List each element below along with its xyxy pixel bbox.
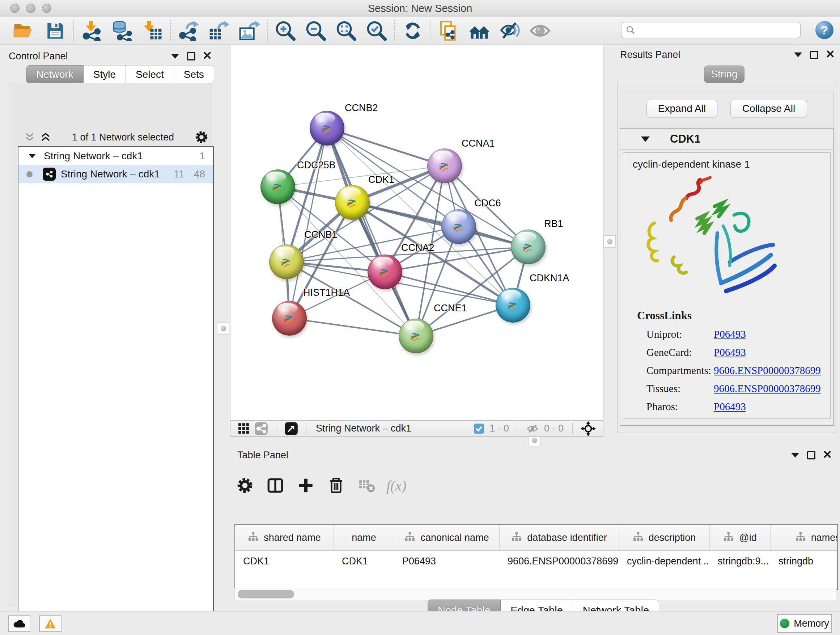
close-panel-icon[interactable] xyxy=(826,50,834,59)
string-import-icon[interactable] xyxy=(437,19,461,43)
network-node-ccnb2[interactable] xyxy=(309,111,344,146)
expand-all-button[interactable]: Expand All xyxy=(646,100,717,117)
column-header--id[interactable]: @id xyxy=(710,525,771,550)
gene-collapse-icon[interactable] xyxy=(641,136,650,142)
close-panel-icon[interactable] xyxy=(823,450,831,460)
export-table-icon[interactable] xyxy=(207,19,231,43)
zoom-out-icon[interactable] xyxy=(304,19,328,43)
tab-sets[interactable]: Sets xyxy=(174,65,214,84)
float-panel-icon[interactable] xyxy=(810,51,818,59)
memory-button[interactable]: Memory xyxy=(777,614,832,633)
import-network-database-icon[interactable] xyxy=(110,19,134,43)
collapse-panel-icon[interactable] xyxy=(171,54,179,59)
cloud-button[interactable] xyxy=(8,616,30,632)
left-splitter-handle[interactable] xyxy=(217,322,229,334)
table-cell[interactable]: P06493 xyxy=(394,551,500,571)
import-network-file-icon[interactable] xyxy=(80,19,103,43)
warnings-button[interactable] xyxy=(39,616,62,632)
selected-checkbox-icon[interactable] xyxy=(474,423,485,434)
function-builder-icon[interactable]: f(x) xyxy=(386,477,407,494)
collapse-panel-icon[interactable] xyxy=(791,453,799,458)
tab-select[interactable]: Select xyxy=(126,65,174,84)
delete-table-icon[interactable] xyxy=(356,475,377,496)
column-header-name[interactable]: name xyxy=(334,525,394,550)
network-collection-row[interactable]: String Network – cdk1 1 xyxy=(19,147,213,165)
network-node-cdc6[interactable] xyxy=(441,209,476,244)
table-cell[interactable]: CDK1 xyxy=(334,551,394,571)
table-cell[interactable]: stringdb:9... xyxy=(710,551,771,571)
crosslink-uniprot-[interactable]: P06493 xyxy=(714,328,746,340)
network-node-ccna1[interactable] xyxy=(427,149,462,183)
fit-selected-crosshair-icon[interactable] xyxy=(581,421,596,436)
float-panel-icon[interactable] xyxy=(187,52,195,60)
open-session-icon[interactable] xyxy=(11,19,35,43)
network-node-ccnb1[interactable] xyxy=(269,244,304,279)
network-edge[interactable] xyxy=(352,203,528,247)
column-header-database-identifier[interactable]: database identifier xyxy=(500,525,619,550)
network-canvas[interactable]: CCNB2CCNA1CDC25BCDK1CDC6RB1CCNB1CCNA2CDK… xyxy=(231,44,603,421)
tab-string[interactable]: String xyxy=(704,65,745,83)
table-cell[interactable]: CDK1 xyxy=(235,551,334,571)
network-edge[interactable] xyxy=(327,128,416,336)
crosslink-genecard-[interactable]: P06493 xyxy=(714,347,746,358)
network-share-icon[interactable] xyxy=(254,422,268,435)
network-node-cdkn1a[interactable] xyxy=(496,288,531,323)
network-node-rb1[interactable] xyxy=(511,230,546,264)
column-header-namespace[interactable]: namespace xyxy=(771,525,838,550)
export-network-icon[interactable] xyxy=(177,19,201,43)
crosslink-pharos-[interactable]: P06493 xyxy=(714,401,746,413)
column-header-shared-name[interactable]: shared name xyxy=(235,525,334,550)
crosslink-tissues-[interactable]: 9606.ENSP00000378699 xyxy=(714,383,821,394)
birds-eye-view-icon[interactable] xyxy=(284,422,298,435)
network-node-ccne1[interactable] xyxy=(399,318,433,353)
delete-column-trash-icon[interactable] xyxy=(325,475,347,496)
network-node-cdk1[interactable] xyxy=(335,185,370,220)
network-node-cdc25b[interactable] xyxy=(261,169,295,204)
create-column-icon[interactable] xyxy=(295,475,316,496)
export-image-icon[interactable] xyxy=(237,19,261,43)
tab-network[interactable]: Network xyxy=(26,65,84,84)
crosslink-compartments-[interactable]: 9606.ENSP00000378699 xyxy=(714,364,821,377)
import-table-file-icon[interactable] xyxy=(141,19,164,43)
save-session-icon[interactable] xyxy=(43,19,67,43)
zoom-fit-icon[interactable] xyxy=(334,19,358,43)
search-field[interactable] xyxy=(621,22,801,38)
table-options-gear-icon[interactable] xyxy=(234,475,256,496)
table-horizontal-scrollbar[interactable] xyxy=(234,588,836,600)
table-cell[interactable]: stringdb xyxy=(771,551,838,571)
show-grid-icon[interactable] xyxy=(238,423,250,435)
scrollbar-thumb[interactable] xyxy=(238,590,294,599)
show-eye-icon[interactable] xyxy=(528,19,552,43)
network-row-selected[interactable]: String Network – cdk1 11 48 xyxy=(19,165,213,183)
string-home-icon[interactable] xyxy=(467,19,491,43)
collapse-all-networks-icon[interactable] xyxy=(24,132,36,143)
network-options-gear-icon[interactable] xyxy=(194,130,209,144)
collection-expand-icon[interactable] xyxy=(28,154,36,158)
collapse-all-button[interactable]: Collapse All xyxy=(730,100,807,117)
network-edge[interactable] xyxy=(327,128,445,166)
network-edge[interactable] xyxy=(289,318,416,336)
right-splitter-handle[interactable] xyxy=(603,235,616,248)
close-panel-icon[interactable] xyxy=(203,51,211,61)
right-splitter[interactable] xyxy=(603,44,615,434)
gene-section-header[interactable]: CDK1 xyxy=(620,128,834,150)
search-input[interactable] xyxy=(635,24,800,36)
help-icon[interactable]: ? xyxy=(815,21,834,39)
zoom-in-icon[interactable] xyxy=(273,19,297,43)
column-header-canonical-name[interactable]: canonical name xyxy=(394,525,500,550)
float-panel-icon[interactable] xyxy=(807,451,815,459)
collapse-panel-icon[interactable] xyxy=(794,52,802,57)
network-node-ccna2[interactable] xyxy=(368,255,402,289)
zoom-selected-icon[interactable] xyxy=(365,19,388,43)
column-header-description[interactable]: description xyxy=(619,525,710,550)
refresh-icon[interactable] xyxy=(401,19,425,43)
table-row[interactable]: CDK1CDK1P064939606.ENSP00000378699cyclin… xyxy=(235,551,838,571)
hidden-eye-icon[interactable] xyxy=(526,422,539,435)
table-cell[interactable]: 9606.ENSP00000378699 xyxy=(500,551,619,571)
show-columns-icon[interactable] xyxy=(265,475,286,496)
expand-all-networks-icon[interactable] xyxy=(39,132,52,143)
tab-style[interactable]: Style xyxy=(84,65,126,84)
table-cell[interactable]: cyclin-dependent ... xyxy=(619,551,710,571)
hide-glass-effects-icon[interactable] xyxy=(498,19,522,43)
network-node-hist1h1a[interactable] xyxy=(272,301,307,336)
